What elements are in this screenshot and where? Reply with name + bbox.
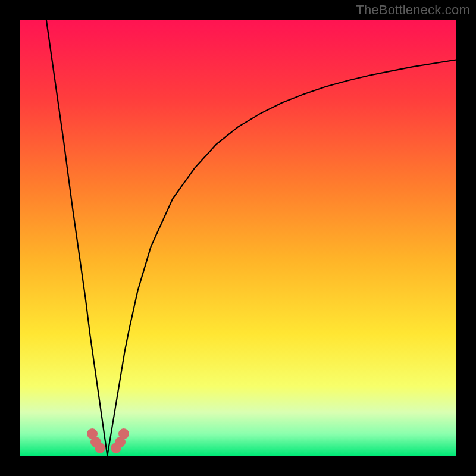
outer-frame: TheBottleneck.com xyxy=(0,0,476,476)
marker-layer xyxy=(20,20,456,456)
plot-area xyxy=(20,20,456,456)
data-marker xyxy=(118,428,129,439)
watermark-text: TheBottleneck.com xyxy=(356,2,470,18)
data-marker xyxy=(95,443,105,453)
